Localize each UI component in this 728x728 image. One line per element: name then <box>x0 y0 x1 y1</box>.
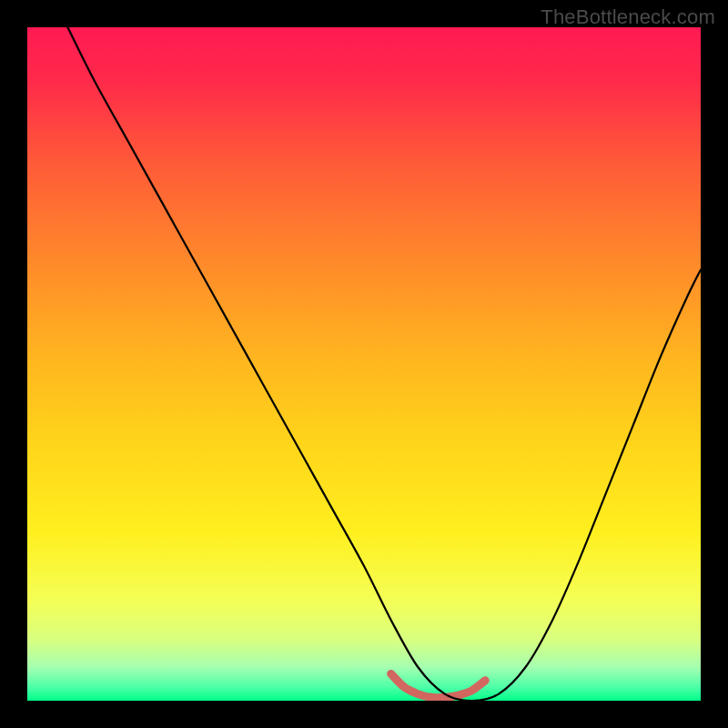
bottleneck-plot <box>27 27 701 701</box>
gradient-background <box>27 27 701 701</box>
chart-frame: TheBottleneck.com <box>0 0 728 728</box>
watermark-text: TheBottleneck.com <box>541 5 715 29</box>
